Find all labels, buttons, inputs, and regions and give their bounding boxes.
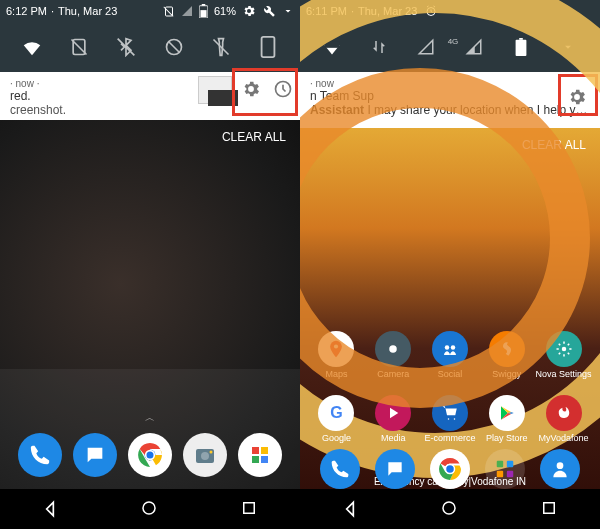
svg-rect-35: [497, 471, 503, 477]
dock: [300, 449, 600, 489]
status-time: 6:12 PM: [6, 5, 47, 17]
svg-rect-18: [261, 456, 268, 463]
nav-bar: [300, 489, 600, 529]
home-wallpaper: CLEAR ALL ︿: [0, 120, 300, 529]
svg-point-37: [557, 462, 564, 469]
recents-button[interactable]: [240, 499, 260, 519]
svg-rect-3: [200, 10, 206, 17]
signal-icon: [181, 5, 193, 17]
battery-icon: [199, 4, 208, 18]
phone-app-icon[interactable]: [320, 449, 360, 489]
camera-app-icon[interactable]: [183, 433, 227, 477]
app-media[interactable]: Media: [365, 395, 422, 443]
home-button[interactable]: [440, 499, 460, 519]
svg-rect-2: [202, 4, 206, 6]
svg-point-13: [201, 452, 209, 460]
messages-app-icon[interactable]: [73, 433, 117, 477]
svg-rect-39: [544, 503, 555, 514]
svg-rect-34: [507, 461, 513, 467]
app-grid: Maps Camera Social Swiggy Nova Settings: [300, 331, 600, 379]
svg-rect-33: [497, 461, 503, 467]
app-google[interactable]: GGoogle: [308, 395, 365, 443]
news-app-icon[interactable]: [238, 433, 282, 477]
nav-bar: [0, 489, 300, 529]
home-button[interactable]: [140, 499, 160, 519]
app-grid-2: GGoogle Media E-commerce Play Store MyVo…: [300, 395, 600, 443]
svg-rect-16: [261, 447, 268, 454]
clear-all-button[interactable]: CLEAR ALL: [300, 128, 600, 162]
quick-settings: [0, 22, 300, 72]
chrome-app-icon[interactable]: [128, 433, 172, 477]
app-nova[interactable]: Nova Settings: [535, 331, 592, 379]
phone-app-icon[interactable]: [18, 433, 62, 477]
flashlight-toggle[interactable]: [209, 35, 233, 59]
svg-point-29: [561, 347, 566, 352]
status-date: Thu, Mar 23: [58, 5, 117, 17]
battery-pct: 61%: [214, 5, 236, 17]
svg-rect-20: [244, 503, 255, 514]
rotate-toggle[interactable]: [256, 35, 280, 59]
wifi-toggle[interactable]: [20, 35, 44, 59]
chrome-app-icon[interactable]: [430, 449, 470, 489]
highlight-box: [232, 68, 298, 116]
phone-right: 6:11 PM · Thu, Mar 23 4G · now n Team Su…: [300, 0, 600, 529]
notification-panel: · now · red. creenshot.: [0, 72, 300, 120]
sim-toggle[interactable]: [67, 35, 91, 59]
svg-rect-36: [507, 471, 513, 477]
svg-point-28: [451, 345, 456, 350]
contacts-app-icon[interactable]: [540, 449, 580, 489]
svg-rect-17: [252, 456, 259, 463]
dnd-toggle[interactable]: [162, 35, 186, 59]
svg-point-27: [445, 345, 450, 350]
bluetooth-toggle[interactable]: [114, 35, 138, 59]
svg-point-26: [389, 345, 397, 353]
settings-icon[interactable]: [242, 4, 256, 18]
app-vodafone[interactable]: MyVodafone: [535, 395, 592, 443]
messages-app-icon[interactable]: [375, 449, 415, 489]
statusbar: 6:12 PM · Thu, Mar 23 61%: [0, 0, 300, 22]
dock: [0, 427, 300, 483]
svg-rect-6: [262, 37, 275, 57]
no-sim-icon: [163, 5, 175, 17]
app-playstore[interactable]: Play Store: [478, 395, 535, 443]
app-swiggy[interactable]: Swiggy: [478, 331, 535, 379]
svg-point-14: [210, 451, 213, 454]
app-drawer-handle[interactable]: ︿: [145, 411, 155, 425]
app-social[interactable]: Social: [422, 331, 479, 379]
svg-point-25: [334, 344, 338, 348]
app-camera[interactable]: Camera: [365, 331, 422, 379]
back-button[interactable]: [340, 499, 360, 519]
wrench-icon[interactable]: [262, 4, 276, 18]
app-maps[interactable]: Maps: [308, 331, 365, 379]
expand-icon[interactable]: [282, 5, 294, 17]
svg-point-19: [143, 502, 155, 514]
svg-rect-15: [252, 447, 259, 454]
phone-left: 6:12 PM · Thu, Mar 23 61% · now · red. c…: [0, 0, 300, 529]
back-button[interactable]: [40, 499, 60, 519]
svg-point-38: [443, 502, 455, 514]
clear-all-button[interactable]: CLEAR ALL: [0, 120, 300, 154]
app-ecommerce[interactable]: E-commerce: [422, 395, 479, 443]
recents-button[interactable]: [540, 499, 560, 519]
folder-app-icon[interactable]: [485, 449, 525, 489]
